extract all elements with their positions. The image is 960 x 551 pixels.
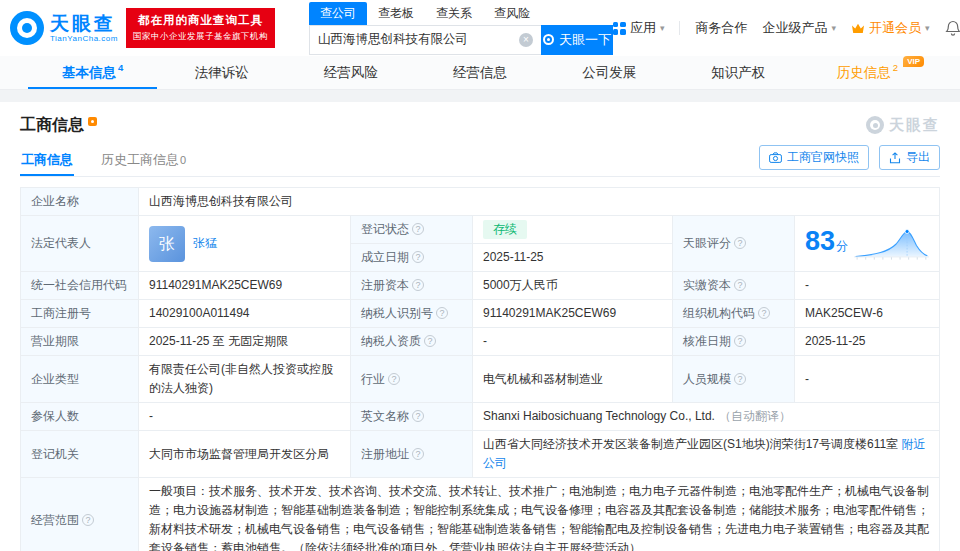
- score-number: 83分: [805, 226, 848, 261]
- legal-rep-link[interactable]: 张猛: [193, 234, 217, 253]
- tab-operational-risk[interactable]: 经营风险: [286, 56, 415, 89]
- subtabs-row: 工商信息 历史工商信息0 工商官网快照 导出: [20, 144, 940, 177]
- divider: [679, 21, 680, 35]
- help-icon[interactable]: ?: [82, 514, 94, 526]
- legal-rep-label: 法定代表人: [21, 216, 139, 272]
- auto-translate-note: （自动翻译）: [719, 409, 791, 423]
- notification-bell[interactable]: [945, 20, 960, 37]
- table-row: 经营范围? 一般项目：技术服务、技术开发、技术咨询、技术交流、技术转让、技术推广…: [21, 478, 940, 551]
- help-icon[interactable]: ?: [734, 335, 746, 347]
- help-icon[interactable]: ?: [412, 279, 424, 291]
- reg-capital-label: 注册资本?: [351, 272, 473, 300]
- staff-size-label: 人员规模?: [673, 356, 795, 403]
- table-row: 登记机关 大同市市场监督管理局开发区分局 注册地址? 山西省大同经济技术开发区装…: [21, 431, 940, 478]
- search-area: 查公司 查老板 查关系 查风险 × 天眼一下: [309, 2, 613, 55]
- tab-intellectual-property[interactable]: 知识产权: [674, 56, 803, 89]
- table-row: 统一社会信用代码 91140291MAK25CEW69 注册资本? 5000万人…: [21, 272, 940, 300]
- search-tab-risk[interactable]: 查风险: [483, 2, 541, 25]
- help-icon[interactable]: ?: [412, 223, 424, 235]
- taxpayer-quality-label: 纳税人资质?: [351, 328, 473, 356]
- staff-size-value: -: [795, 356, 940, 403]
- official-snapshot-button[interactable]: 工商官网快照: [759, 145, 869, 170]
- nav-vip-label: 开通会员: [869, 19, 921, 37]
- nav-cooperation[interactable]: 商务合作: [695, 19, 747, 37]
- watermark-logo: 天眼查: [866, 116, 940, 135]
- watermark-text: 天眼查: [889, 116, 940, 135]
- help-icon[interactable]: ?: [412, 448, 424, 460]
- business-scope-value: 一般项目：技术服务、技术开发、技术咨询、技术交流、技术转让、技术推广；电池制造；…: [139, 478, 940, 551]
- reg-address-value: 山西省大同经济技术开发区装备制造产业园区(S1地块)润荣街17号调度楼611室 …: [473, 431, 940, 478]
- help-icon[interactable]: ?: [734, 237, 746, 249]
- help-icon[interactable]: ?: [734, 279, 746, 291]
- logo-domain-text: TianYanCha.com: [50, 34, 118, 43]
- search-tab-company[interactable]: 查公司: [309, 2, 367, 25]
- apps-grid-icon: [613, 22, 626, 35]
- help-icon[interactable]: ?: [412, 410, 424, 422]
- table-row: 企业类型 有限责任公司(非自然人投资或控股的法人独资) 行业? 电气机械和器材制…: [21, 356, 940, 403]
- nav-apps[interactable]: 应用 ▾: [613, 19, 665, 37]
- credit-code-value: 91140291MAK25CEW69: [139, 272, 351, 300]
- table-row: 企业名称 山西海博思创科技有限公司: [21, 188, 940, 216]
- establish-date-value: 2025-11-25: [473, 244, 673, 272]
- logo-brand-text: 天眼查: [50, 14, 118, 34]
- paid-capital-value: -: [795, 272, 940, 300]
- search-input[interactable]: [318, 33, 519, 47]
- approved-date-value: 2025-11-25: [795, 328, 940, 356]
- legal-rep-value: 张 张猛: [139, 216, 351, 272]
- chevron-down-icon: ▾: [925, 23, 930, 33]
- export-button-label: 导出: [906, 149, 930, 166]
- help-icon[interactable]: ?: [388, 373, 400, 385]
- tab-history-info[interactable]: 历史信息 2 VIP: [803, 56, 932, 89]
- tab-company-development[interactable]: 公司发展: [545, 56, 674, 89]
- legal-rep-avatar[interactable]: 张: [149, 226, 185, 262]
- chevron-down-icon: ▾: [831, 23, 836, 33]
- tab-basic-info[interactable]: 基本信息4: [28, 56, 157, 89]
- nav-apps-label: 应用: [630, 19, 656, 37]
- reg-authority-value: 大同市市场监督管理局开发区分局: [139, 431, 351, 478]
- announcement-icon[interactable]: [88, 117, 97, 126]
- search-input-wrap: ×: [309, 25, 541, 55]
- tianyancha-company-page: 天眼查 TianYanCha.com 都在用的商业查询工具 国家中小企业发展子基…: [0, 0, 960, 551]
- header-nav: 应用 ▾ 商务合作 企业级产品 ▾ 开通会员 ▾ 超级 ▾: [613, 15, 960, 41]
- tab-business-operations[interactable]: 经营信息: [415, 56, 544, 89]
- search-tab-relation[interactable]: 查关系: [425, 2, 483, 25]
- tab-legal-proceedings[interactable]: 法律诉讼: [157, 56, 286, 89]
- vip-badge: VIP: [903, 56, 924, 67]
- score-label: 天眼评分?: [673, 216, 795, 272]
- business-info-table: 企业名称 山西海博思创科技有限公司 法定代表人 张 张猛 登记状态? 存续 天眼…: [20, 187, 940, 551]
- search-button[interactable]: 天眼一下: [541, 25, 613, 55]
- tianyancha-logo-icon: [10, 11, 44, 45]
- subtab-history-business-info[interactable]: 历史工商信息0: [100, 144, 187, 176]
- help-icon[interactable]: ?: [412, 251, 424, 263]
- help-icon[interactable]: ?: [436, 307, 448, 319]
- help-icon[interactable]: ?: [758, 307, 770, 319]
- tianyancha-logo[interactable]: 天眼查 TianYanCha.com: [10, 11, 118, 45]
- nav-cooperation-label: 商务合作: [695, 19, 747, 37]
- paid-capital-label: 实缴资本?: [673, 272, 795, 300]
- tab-label: 基本信息: [62, 64, 116, 82]
- reg-status-value: 存续: [473, 216, 673, 244]
- export-button[interactable]: 导出: [879, 145, 940, 170]
- company-name-label: 企业名称: [21, 188, 139, 216]
- establish-date-label: 成立日期?: [351, 244, 473, 272]
- business-info-section: 工商信息 天眼查 工商信息 历史工商信息0 工商官网快照 导出: [0, 102, 960, 551]
- tab-count: 4: [118, 62, 123, 73]
- nav-open-vip[interactable]: 开通会员 ▾: [851, 19, 930, 37]
- promo-line1: 都在用的商业查询工具: [133, 13, 268, 28]
- tab-label: 知识产权: [711, 64, 765, 82]
- score-distribution-chart: [854, 222, 929, 266]
- search-tabs: 查公司 查老板 查关系 查风险: [309, 2, 613, 25]
- top-header: 天眼查 TianYanCha.com 都在用的商业查询工具 国家中小企业发展子基…: [0, 0, 960, 56]
- company-type-label: 企业类型: [21, 356, 139, 403]
- search-tab-boss[interactable]: 查老板: [367, 2, 425, 25]
- help-icon[interactable]: ?: [734, 373, 746, 385]
- nav-enterprise-products[interactable]: 企业级产品 ▾: [762, 19, 836, 37]
- table-row: 法定代表人 张 张猛 登记状态? 存续 天眼评分? 83分: [21, 216, 940, 244]
- page-gap: [0, 90, 960, 102]
- clear-search-icon[interactable]: ×: [519, 33, 533, 47]
- status-badge: 存续: [483, 220, 527, 239]
- crown-icon: [851, 23, 865, 34]
- promo-banner: 都在用的商业查询工具 国家中小企业发展子基金旗下机构: [126, 8, 275, 48]
- subtab-business-info[interactable]: 工商信息: [20, 144, 74, 176]
- help-icon[interactable]: ?: [424, 335, 436, 347]
